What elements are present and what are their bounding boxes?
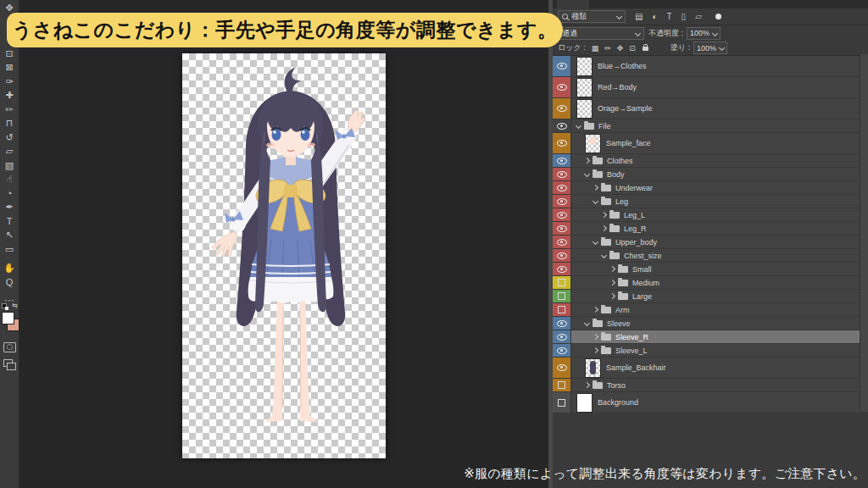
filter-adjustment-layer-icon[interactable]: ◐ [652, 12, 657, 21]
expand-arrow-icon[interactable] [593, 334, 598, 340]
path-select-tool-icon[interactable]: ↖ [0, 230, 19, 241]
visibility-toggle[interactable] [553, 236, 571, 248]
hand-tool-icon[interactable]: ✋ [0, 263, 19, 274]
crop-tool-icon[interactable]: ⊡ [0, 48, 19, 59]
opacity-value-box[interactable]: 100% [687, 27, 721, 40]
layer-thumbnail[interactable] [576, 99, 593, 119]
expand-arrow-icon[interactable] [593, 185, 598, 191]
visibility-toggle[interactable] [553, 317, 571, 330]
filter-type-layer-icon[interactable]: T [667, 12, 672, 21]
eyedropper-tool-icon[interactable]: ✑ [0, 76, 19, 87]
expand-arrow-icon[interactable] [593, 307, 598, 313]
layer-row[interactable]: File [553, 119, 860, 133]
layer-row[interactable]: Sleeve [553, 317, 860, 330]
expand-arrow-icon[interactable] [609, 293, 615, 299]
visibility-toggle[interactable] [553, 77, 571, 97]
history-brush-tool-icon[interactable]: ↺ [0, 132, 19, 143]
layer-row[interactable]: Torso [553, 379, 860, 392]
visibility-toggle[interactable] [553, 195, 571, 208]
filter-light-toggle-icon[interactable] [715, 14, 721, 19]
brush-tool-icon[interactable]: ✏ [0, 104, 19, 115]
layer-row[interactable]: Sample_Backhair [553, 358, 860, 379]
layer-row[interactable]: Leg [553, 195, 860, 208]
visibility-toggle[interactable] [553, 56, 571, 76]
layer-thumbnail[interactable] [585, 134, 601, 153]
layer-row[interactable]: Leg_L [553, 208, 860, 222]
visibility-toggle[interactable] [553, 358, 571, 378]
layer-row[interactable]: Orage→Sample [553, 98, 860, 119]
layer-thumbnail[interactable] [585, 358, 601, 378]
collapse-arrow-icon[interactable] [593, 198, 598, 204]
blend-mode-dropdown[interactable]: 通過 [558, 27, 644, 40]
layer-thumbnail[interactable] [576, 57, 593, 76]
expand-arrow-icon[interactable] [584, 382, 590, 388]
layer-row[interactable]: Large [553, 290, 860, 303]
layer-row[interactable]: Upper_body [553, 236, 860, 249]
layer-row[interactable]: Leg_R [553, 222, 860, 236]
visibility-toggle[interactable] [553, 379, 571, 391]
layer-row[interactable]: Medium [553, 276, 860, 290]
lock-transparency-icon[interactable]: ▦ [592, 44, 599, 53]
lock-position-icon[interactable]: ✥ [617, 44, 624, 53]
layer-row[interactable]: Arm [553, 303, 860, 317]
frame-tool-icon[interactable]: ⊠ [0, 62, 19, 73]
collapse-arrow-icon[interactable] [601, 252, 607, 258]
layer-thumbnail[interactable] [576, 393, 593, 413]
layer-row[interactable]: Sample_face [553, 133, 860, 154]
layer-row[interactable]: Clothes [553, 154, 860, 168]
shape-tool-icon[interactable]: ▭ [0, 244, 19, 255]
gradient-tool-icon[interactable]: ▧ [0, 160, 19, 171]
default-colors-icon[interactable] [2, 303, 8, 309]
layer-row[interactable]: Underwear [553, 181, 860, 195]
dodge-tool-icon[interactable]: ◔ [0, 188, 19, 199]
filter-pixel-layer-icon[interactable]: ▤ [635, 12, 643, 21]
document-canvas[interactable] [182, 53, 386, 458]
smudge-tool-icon[interactable]: ☝ [0, 174, 19, 185]
layer-row[interactable]: Sleeve_L [553, 344, 860, 358]
screen-mode-button[interactable] [3, 359, 13, 367]
fill-value-box[interactable]: 100% [693, 42, 727, 54]
visibility-toggle[interactable] [553, 181, 571, 194]
layer-row[interactable]: Background [553, 392, 860, 413]
visibility-toggle[interactable] [553, 154, 571, 167]
expand-arrow-icon[interactable] [609, 280, 615, 286]
visibility-toggle[interactable] [553, 249, 571, 262]
clone-stamp-tool-icon[interactable]: ⊓ [0, 118, 19, 129]
collapse-arrow-icon[interactable] [593, 239, 598, 245]
visibility-toggle[interactable] [553, 276, 571, 289]
panel-scrollbar[interactable] [860, 54, 868, 412]
quick-mask-button[interactable] [3, 342, 16, 352]
visibility-toggle[interactable] [553, 330, 571, 343]
visibility-toggle[interactable] [553, 133, 571, 153]
visibility-toggle[interactable] [553, 168, 571, 180]
visibility-toggle[interactable] [553, 222, 571, 235]
collapse-arrow-icon[interactable] [576, 123, 581, 129]
lock-artboard-icon[interactable]: ⊡ [629, 44, 636, 53]
layer-row[interactable]: Body [553, 168, 860, 181]
zoom-tool-icon[interactable]: Q [0, 277, 19, 288]
visibility-toggle[interactable] [553, 392, 571, 413]
layer-row[interactable]: Red→Body [553, 77, 860, 98]
healing-brush-tool-icon[interactable]: ✚ [0, 90, 19, 101]
swap-colors-icon[interactable]: ⇆ [12, 302, 18, 309]
foreground-swatch[interactable] [2, 312, 14, 324]
visibility-toggle[interactable] [553, 303, 571, 316]
visibility-toggle[interactable] [553, 263, 571, 275]
collapse-arrow-icon[interactable] [584, 320, 590, 326]
layer-row[interactable]: Chest_size [553, 249, 860, 263]
expand-arrow-icon[interactable] [584, 158, 590, 164]
eraser-tool-icon[interactable]: ▱ [0, 146, 19, 157]
visibility-toggle[interactable] [553, 98, 571, 119]
lock-paint-icon[interactable]: ✏ [604, 44, 611, 53]
visibility-toggle[interactable] [553, 290, 571, 302]
layers-panel-tab[interactable] [557, 0, 589, 8]
layer-row[interactable]: Blue→Clothes [553, 56, 860, 77]
type-tool-icon[interactable]: T [0, 216, 19, 227]
visibility-toggle[interactable] [553, 344, 571, 357]
pen-tool-icon[interactable]: ✒ [0, 202, 19, 213]
visibility-toggle[interactable] [553, 119, 571, 132]
layer-thumbnail[interactable] [576, 78, 593, 97]
expand-arrow-icon[interactable] [593, 347, 598, 353]
layer-row[interactable]: Small [553, 263, 860, 276]
visibility-toggle[interactable] [553, 208, 571, 221]
